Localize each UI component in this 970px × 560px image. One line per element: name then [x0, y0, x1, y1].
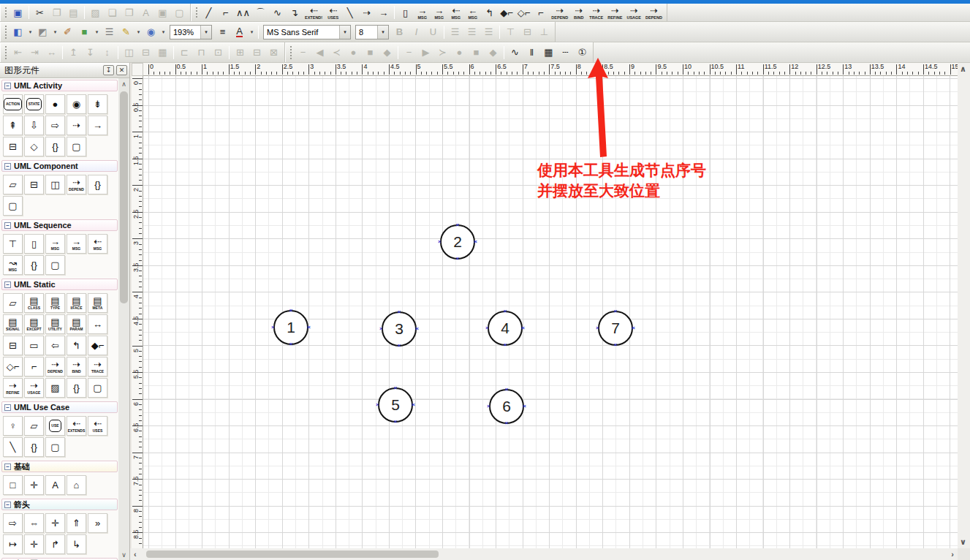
selection-handle[interactable]: × [523, 404, 526, 409]
paste-button[interactable]: ▤ [65, 5, 82, 20]
distribute-grid-button[interactable]: ▦ [154, 45, 171, 60]
chevron-shape[interactable]: » [88, 513, 107, 533]
decrease-spacing-button[interactable]: ⊟ [249, 45, 265, 60]
selection-handle[interactable]: × [614, 309, 618, 314]
diagram-node-3[interactable]: 3×××× [382, 311, 417, 347]
section-header-2[interactable]: −UML Sequence [1, 219, 118, 231]
section-header-3[interactable]: −UML Static [1, 279, 118, 290]
selection-handle[interactable]: × [504, 309, 507, 314]
line-end-open-arrow-left[interactable]: ≺ [328, 45, 345, 60]
binding-shape[interactable]: ⇢BIND [67, 357, 86, 377]
note-shape[interactable]: {} [67, 378, 86, 398]
line-end-square-left[interactable]: ■ [362, 45, 379, 60]
diagram-node-2[interactable]: 2×××× [440, 224, 475, 260]
copy-button[interactable]: ❐ [48, 5, 65, 20]
align-centers-h-button[interactable]: ↔ [43, 45, 60, 60]
refinement-shape[interactable]: ⇢REFINE [3, 378, 23, 398]
arrow-shape[interactable]: → [88, 116, 107, 135]
usage-connector-tool[interactable]: ⇢USAGE [624, 5, 643, 20]
line-style-button[interactable]: ☰ [101, 24, 118, 39]
composition-shape[interactable]: ◆⌐ [88, 336, 107, 355]
selection-handle[interactable]: × [474, 239, 477, 245]
class-shape[interactable]: ▤CLASS [24, 293, 44, 313]
extends-shape[interactable]: ⇠EXTENDS [67, 416, 86, 436]
selection-handle[interactable]: × [521, 325, 525, 331]
depend-connector-tool[interactable]: ⇢DEPEND [549, 5, 570, 20]
selection-handle[interactable]: × [289, 308, 293, 314]
font-color-button[interactable]: A [231, 24, 248, 39]
selection-handle[interactable]: × [394, 419, 398, 425]
insert-picture-button[interactable]: ▨ [87, 5, 104, 20]
line-end-open-arrow-right[interactable]: ≻ [434, 45, 451, 60]
sidebar-scrollbar[interactable]: ∧ ∨ [118, 78, 129, 560]
elbow-line-tool[interactable]: ⌐ [217, 5, 234, 20]
bring-to-front-button[interactable]: ❏ [104, 5, 121, 20]
save-button[interactable]: ▣ [10, 5, 26, 20]
package-shape[interactable]: ▱ [3, 175, 23, 194]
connector-point-shape[interactable]: ✛ [24, 475, 44, 495]
increase-spacing-button[interactable]: ⊞ [232, 45, 249, 60]
join-shape[interactable]: ⇞ [3, 116, 23, 135]
elbow-arrow-tool[interactable]: ↰ [481, 5, 498, 20]
chevron-down-icon[interactable]: ▾ [377, 26, 388, 39]
selection-handle[interactable]: × [379, 326, 383, 332]
usage-shape[interactable]: ⇢USAGE [24, 378, 44, 398]
selection-handle[interactable]: × [376, 402, 379, 408]
action-shape[interactable]: ACTION [3, 94, 23, 114]
line-end-square-right[interactable]: ■ [468, 45, 485, 60]
diagram-node-5[interactable]: 5×××× [378, 387, 413, 423]
page-shape[interactable]: ▢ [45, 437, 65, 457]
actor-shape[interactable]: ♀ [3, 416, 23, 436]
generalization-shape[interactable]: ⇦ [45, 336, 65, 355]
rectangle-shape[interactable]: □ [3, 475, 23, 495]
activation-tool[interactable]: ▯ [397, 5, 414, 20]
same-width-button[interactable]: ⊏ [176, 45, 193, 60]
diagram-node-4[interactable]: 4×××× [488, 311, 523, 346]
callout-arrow-shape[interactable]: ↦ [3, 534, 23, 554]
object-lifeline-shape[interactable]: ⊤ [3, 234, 23, 254]
italic-button[interactable]: I [408, 24, 425, 39]
selection-handle[interactable]: × [415, 326, 419, 332]
selection-handle[interactable]: × [289, 341, 293, 347]
scroll-up-icon[interactable]: ∧ [118, 78, 129, 89]
pen-dropdown[interactable]: ▾ [134, 24, 143, 39]
node-shape[interactable]: ◫ [45, 175, 65, 194]
scroll-left-icon[interactable]: ‹ [134, 550, 137, 559]
toolbar-grip[interactable] [195, 7, 198, 19]
align-left-button[interactable]: ☰ [447, 24, 463, 39]
send-to-back-button[interactable]: ❐ [121, 5, 137, 20]
line-end-circle-left[interactable]: ● [345, 45, 362, 60]
scroll-down-icon[interactable]: ∨ [118, 549, 129, 560]
fork-shape[interactable]: ⇟ [88, 94, 107, 114]
step-line-shape[interactable]: ⌐ [24, 357, 44, 377]
selection-handle[interactable]: × [394, 385, 398, 391]
shape-style-dropdown[interactable]: ▾ [159, 24, 167, 39]
utility-shape[interactable]: ▤UTILITY [45, 314, 65, 334]
double-arrow-shape[interactable]: ⇔ [24, 513, 44, 533]
diagram-node-7[interactable]: 7×××× [598, 311, 633, 346]
distribute-h-button[interactable]: ◫ [121, 45, 137, 60]
package-shape[interactable]: ▱ [24, 416, 44, 436]
receive-signal-shape[interactable]: ⇩ [24, 116, 44, 135]
trace-connector-tool[interactable]: ⇢TRACE [587, 5, 605, 20]
collapse-icon[interactable]: − [4, 502, 11, 508]
same-size-button[interactable]: ⊡ [210, 45, 227, 60]
selection-handle[interactable]: × [505, 387, 509, 393]
page-shape[interactable]: ▢ [88, 378, 107, 398]
align-center-button[interactable]: ☰ [463, 24, 480, 39]
selection-handle[interactable]: × [596, 325, 599, 331]
selection-handle[interactable]: × [412, 402, 415, 408]
chevron-down-icon[interactable]: ▾ [200, 26, 211, 39]
selection-handle[interactable]: × [504, 342, 507, 348]
diagram-node-1[interactable]: 1×××× [273, 310, 308, 345]
toolbar-grip[interactable] [289, 45, 292, 59]
dependency-shape[interactable]: ⇢DEPEND [67, 175, 86, 194]
line-end-diamond-right[interactable]: ◆ [485, 45, 501, 60]
line-end-solid-arrow-right[interactable]: ▶ [417, 45, 434, 60]
signal-shape[interactable]: ▤SIGNAL [3, 314, 23, 334]
selection-handle[interactable]: × [487, 404, 490, 409]
selection-handle[interactable]: × [614, 342, 618, 348]
theme-color-button[interactable]: ■ [76, 24, 93, 39]
shadow-color-dropdown[interactable]: ▾ [51, 24, 59, 39]
state-shape[interactable]: STATE [24, 94, 44, 114]
